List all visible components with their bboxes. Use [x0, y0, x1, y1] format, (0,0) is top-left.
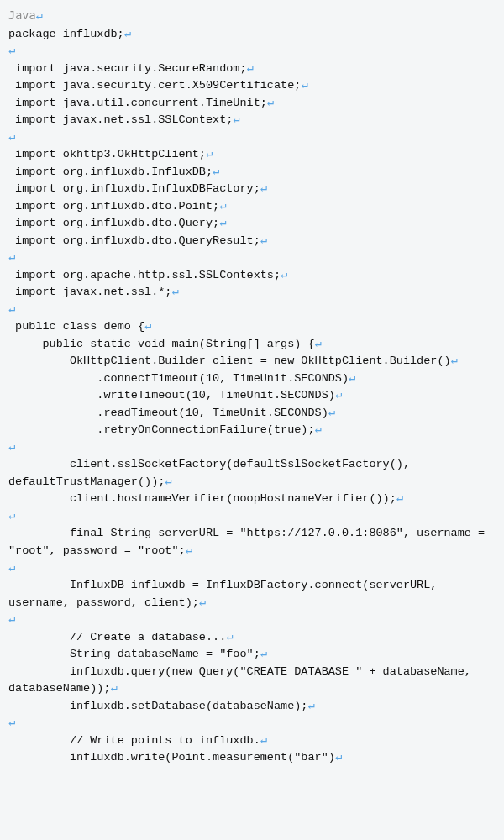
eol-icon: ↵ [260, 734, 267, 747]
eol-icon: ↵ [233, 113, 239, 126]
code-line: import org.influxdb.dto.Point;↵ [8, 198, 496, 216]
eol-icon: ↵ [315, 423, 322, 436]
eol-icon: ↵ [349, 372, 355, 385]
code-line: import org.influxdb.InfluxDBFactory;↵ [8, 181, 496, 198]
code-line: import javax.net.ssl.SSLContext;↵ [8, 112, 496, 129]
eol-icon: ↵ [301, 79, 307, 92]
code-text: public static void main(String[] args) { [8, 338, 315, 350]
code-text: influxdb.write(Point.measurement("bar") [8, 751, 335, 764]
eol-icon: ↵ [335, 751, 342, 764]
eol-icon: ↵ [315, 338, 322, 350]
eol-icon: ↵ [226, 631, 233, 643]
eol-icon: ↵ [8, 562, 15, 575]
code-line: influxdb.query(new Query("CREATE DATABAS… [8, 664, 496, 698]
code-text: package influxdb; [8, 28, 124, 40]
eol-icon: ↵ [206, 148, 213, 160]
code-line: ↵ [8, 612, 496, 629]
code-line: // Write points to influxdb.↵ [8, 732, 496, 750]
eol-icon: ↵ [247, 62, 254, 75]
code-text: influxdb.setDatabase(databaseName); [8, 700, 307, 712]
eol-icon: ↵ [451, 354, 458, 367]
eol-icon: ↵ [124, 28, 131, 40]
code-line: .retryOnConnectionFailure(true);↵ [8, 422, 496, 439]
code-line: ↵ [8, 43, 496, 60]
code-text: import okhttp3.OkHttpClient; [8, 148, 206, 160]
code-line: ↵ [8, 129, 496, 147]
code-text: import org.apache.http.ssl.SSLContexts; [8, 269, 281, 281]
code-line: import java.security.SecureRandom;↵ [8, 60, 496, 78]
code-line: influxdb.write(Point.measurement("bar")↵ [8, 749, 496, 767]
eol-icon: ↵ [199, 596, 206, 609]
code-line: client.sslSocketFactory(defaultSslSocket… [8, 456, 496, 491]
code-text: import org.influxdb.InfluxDBFactory; [8, 182, 260, 195]
code-line: .connectTimeout(10, TimeUnit.SECONDS)↵ [8, 370, 496, 388]
eol-icon: ↵ [281, 269, 287, 281]
code-line: import java.util.concurrent.TimeUnit;↵ [8, 95, 496, 113]
eol-icon: ↵ [328, 407, 335, 419]
eol-icon: ↵ [260, 234, 267, 247]
code-text: .connectTimeout(10, TimeUnit.SECONDS) [8, 372, 349, 385]
code-text: import java.util.concurrent.TimeUnit; [8, 97, 267, 109]
code-line: import java.security.cert.X509Certificat… [8, 77, 496, 95]
code-text: import org.influxdb.dto.Point; [8, 200, 219, 213]
code-text: .retryOnConnectionFailure(true); [8, 423, 315, 436]
code-line: ↵ [8, 302, 496, 319]
code-text: import org.influxdb.dto.QueryResult; [8, 234, 260, 247]
code-line: import org.apache.http.ssl.SSLContexts;↵ [8, 267, 496, 285]
code-line: import org.influxdb.dto.QueryResult;↵ [8, 233, 496, 250]
code-line: final String serverURL = "https://127.0.… [8, 525, 496, 559]
eol-icon: ↵ [8, 510, 15, 522]
code-line: .writeTimeout(10, TimeUnit.SECONDS)↵ [8, 387, 496, 405]
eol-icon: ↵ [8, 303, 15, 316]
code-line: import org.influxdb.dto.Query;↵ [8, 215, 496, 233]
code-line: ↵ [8, 715, 496, 732]
code-line: influxdb.setDatabase(databaseName);↵ [8, 698, 496, 716]
code-text: // Write points to influxdb. [8, 734, 260, 747]
code-line: ↵ [8, 439, 496, 457]
eol-icon: ↵ [267, 97, 274, 109]
code-text: .readTimeout(10, TimeUnit.SECONDS) [8, 407, 328, 419]
eol-icon: ↵ [335, 389, 342, 402]
code-line: import javax.net.ssl.*;↵ [8, 284, 496, 302]
eol-icon: ↵ [307, 700, 314, 712]
code-text: InfluxDB influxdb = InfluxDBFactory.conn… [8, 579, 444, 609]
code-text: OkHttpClient.Builder client = new OkHttp… [8, 354, 451, 367]
code-text: import javax.net.ssl.SSLContext; [8, 113, 233, 126]
eol-icon: ↵ [8, 717, 15, 729]
code-line: import okhttp3.OkHttpClient;↵ [8, 146, 496, 164]
eol-icon: ↵ [165, 475, 171, 488]
eol-icon: ↵ [186, 544, 192, 557]
eol-icon: ↵ [260, 182, 267, 195]
code-line: public static void main(String[] args) {… [8, 336, 496, 354]
language-label: Java↵ [8, 7, 496, 26]
code-text: final String serverURL = "https://127.0.… [8, 527, 491, 557]
eol-icon: ↵ [8, 441, 15, 454]
code-line: OkHttpClient.Builder client = new OkHttp… [8, 353, 496, 370]
eol-icon: ↵ [213, 165, 219, 178]
code-line: public class demo {↵ [8, 318, 496, 336]
code-line: String databaseName = "foo";↵ [8, 646, 496, 664]
code-line: .readTimeout(10, TimeUnit.SECONDS)↵ [8, 405, 496, 423]
code-line: package influxdb;↵ [8, 26, 496, 44]
code-text: import javax.net.ssl.*; [8, 286, 171, 298]
code-text: public class demo { [8, 320, 144, 333]
eol-icon: ↵ [8, 45, 15, 57]
code-text: .writeTimeout(10, TimeUnit.SECONDS) [8, 389, 335, 402]
code-block: Java↵ package influxdb;↵↵ import java.se… [8, 7, 496, 767]
code-line: ↵ [8, 560, 496, 578]
eol-icon: ↵ [171, 286, 178, 298]
code-text: String databaseName = "foo"; [8, 648, 260, 660]
code-line: ↵ [8, 508, 496, 526]
code-line: // Create a database...↵ [8, 629, 496, 647]
code-line: InfluxDB influxdb = InfluxDBFactory.conn… [8, 577, 496, 612]
eol-icon: ↵ [8, 613, 15, 626]
eol-icon: ↵ [219, 217, 226, 229]
code-text: client.hostnameVerifier(noopHostnameVeri… [8, 492, 396, 505]
eol-icon: ↵ [144, 320, 151, 333]
eol-icon: ↵ [8, 131, 15, 144]
code-line: import org.influxdb.InfluxDB;↵ [8, 164, 496, 181]
code-text: influxdb.query(new Query("CREATE DATABAS… [8, 665, 478, 696]
code-text: // Create a database... [8, 631, 226, 643]
code-text: import org.influxdb.dto.Query; [8, 217, 219, 229]
code-text: import java.security.SecureRandom; [8, 62, 247, 75]
